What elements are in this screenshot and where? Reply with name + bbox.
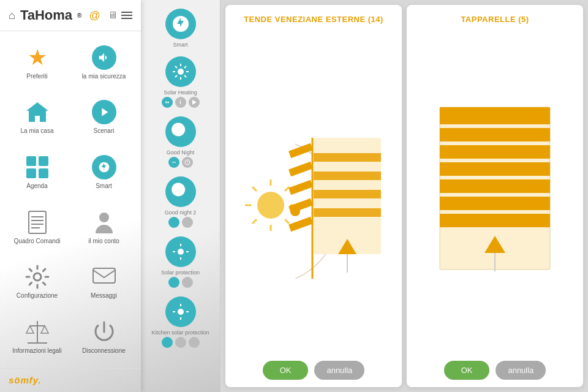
scenario-solar-heating-icon[interactable]: [165, 56, 196, 87]
sidebar-label-informazioni: Informazioni legali: [12, 347, 62, 355]
scenario-good-night-2-label: Good night 2: [165, 209, 197, 216]
svg-line-21: [175, 66, 177, 68]
sidebar-item-casa[interactable]: La mia casa: [5, 91, 69, 144]
card-tende-veneziane: TENDE VENEZIANE ESTERNE (14): [225, 5, 402, 387]
sidebar-item-quadro[interactable]: Quadro Comandi: [5, 201, 69, 254]
svg-rect-47: [288, 143, 313, 158]
scenario-smart-label: Smart: [173, 42, 187, 48]
svg-marker-0: [26, 102, 48, 122]
screen-icon: 🖥: [108, 10, 118, 21]
sidebar-item-informazioni[interactable]: Informazioni legali: [5, 311, 69, 363]
svg-line-42: [285, 219, 289, 224]
ctrl-arrows5[interactable]: [168, 277, 179, 288]
ctrl-info2[interactable]: [182, 277, 193, 288]
svg-rect-8: [31, 224, 43, 225]
svg-rect-5: [29, 211, 46, 233]
ctrl-info[interactable]: i: [175, 97, 186, 108]
svg-rect-54: [314, 172, 381, 180]
at-icon: @: [89, 9, 100, 22]
scenario-solar-protection-controls: [168, 277, 193, 288]
sidebar-label-messaggi: Messaggi: [91, 292, 117, 300]
sidebar-item-scenari[interactable]: Scenari: [72, 91, 136, 144]
sidebar: ⌂ TaHoma® @ 🖥 ★ Preferiti la mia sicurez…: [0, 0, 141, 392]
sidebar-header: ⌂ TaHoma® @ 🖥: [0, 0, 141, 31]
card-tapparelle-cancel-button[interactable]: annulla: [496, 361, 546, 380]
sidebar-label-smart: Smart: [96, 183, 112, 190]
svg-rect-6: [31, 216, 43, 217]
sidebar-label-conto: il mio conto: [88, 238, 119, 245]
svg-point-36: [257, 192, 284, 219]
sidebar-label-casa: La mia casa: [21, 127, 54, 135]
ctrl-arrows4[interactable]: [182, 217, 193, 228]
sidebar-item-preferiti[interactable]: ★ Preferiti: [5, 36, 69, 89]
scenario-smart-icon[interactable]: [165, 9, 196, 39]
svg-rect-55: [314, 190, 381, 198]
scenario-good-night: Good Night: [141, 114, 220, 170]
sidebar-item-smart[interactable]: Smart: [72, 146, 136, 198]
scenario-good-night-label: Good Night: [167, 149, 195, 156]
sidebar-label-preferiti: Preferiti: [26, 73, 47, 80]
svg-rect-61: [440, 128, 550, 141]
ctrl-arrows3[interactable]: [168, 217, 179, 228]
svg-line-24: [175, 75, 177, 77]
scenario-kitchen-solar: Kitchen solar protection: [141, 294, 220, 350]
sidebar-item-disconnessione[interactable]: Disconnessione: [72, 311, 136, 363]
svg-rect-1: [26, 156, 36, 166]
ctrl-arrows2[interactable]: [168, 157, 179, 168]
scenario-panel: Smart Solar Heating i Good Night Good ni…: [141, 0, 221, 392]
sidebar-footer: sömfy.: [0, 368, 141, 392]
svg-rect-60: [440, 107, 550, 124]
somfy-logo: sömfy.: [9, 375, 42, 385]
scenario-solar-heating-label: Solar Heating: [164, 89, 197, 96]
card-tende-title: TENDE VENEZIANE ESTERNE (14): [244, 15, 383, 24]
sidebar-label-agenda: Agenda: [26, 183, 47, 190]
speaker-icon: [91, 45, 117, 70]
card-tende-ok-button[interactable]: OK: [263, 361, 309, 380]
scenario-solar-protection-icon[interactable]: [165, 236, 196, 267]
scenario-kitchen-solar-controls: [162, 337, 200, 348]
card-tende-visual: [233, 31, 394, 355]
svg-line-41: [252, 187, 257, 191]
svg-rect-48: [288, 162, 313, 176]
svg-line-44: [252, 219, 257, 224]
svg-rect-53: [314, 153, 381, 162]
sidebar-item-messaggi[interactable]: Messaggi: [72, 256, 136, 309]
scale-icon: [24, 319, 50, 345]
svg-point-16: [178, 69, 184, 75]
sidebar-item-agenda[interactable]: Agenda: [5, 146, 69, 198]
doc-icon: [24, 209, 50, 235]
sidebar-label-disconnessione: Disconnessione: [82, 347, 126, 355]
sidebar-item-sicurezza[interactable]: la mia sicurezza: [72, 36, 136, 89]
scenario-good-night-2: Good night 2: [141, 174, 220, 230]
sidebar-item-conto[interactable]: il mio conto: [72, 201, 136, 254]
svg-rect-2: [39, 156, 48, 166]
ctrl-clock[interactable]: [182, 157, 193, 168]
scenario-solar-protection-label: Solar protection: [161, 270, 200, 276]
sidebar-nav: ★ Preferiti la mia sicurezza La mia casa: [0, 31, 141, 368]
scenario-kitchen-solar-label: Kitchen solar protection: [151, 330, 209, 336]
svg-line-43: [285, 187, 289, 191]
scenario-kitchen-solar-icon[interactable]: [165, 296, 196, 327]
menu-button[interactable]: [121, 12, 132, 19]
ctrl-arrows6[interactable]: [162, 337, 173, 348]
ctrl-play2[interactable]: [189, 337, 200, 348]
scenario-good-night-icon[interactable]: [165, 116, 196, 147]
scenario-solar-heating: Solar Heating i: [141, 54, 220, 110]
card-tende-cancel-button[interactable]: annulla: [314, 361, 364, 380]
svg-rect-56: [314, 208, 381, 217]
ctrl-arrows[interactable]: [162, 97, 173, 108]
ctrl-clock2[interactable]: [175, 337, 186, 348]
card-tapparelle: TAPPARELLE (5) OK annull: [407, 5, 583, 387]
svg-rect-7: [31, 220, 43, 221]
svg-rect-9: [31, 227, 40, 228]
sidebar-item-configurazione[interactable]: Configurazione: [5, 256, 69, 309]
svg-rect-66: [440, 214, 550, 227]
scenario-good-night-2-icon[interactable]: [165, 176, 196, 207]
card-tapparelle-ok-button[interactable]: OK: [444, 361, 490, 380]
svg-rect-51: [288, 217, 313, 232]
ctrl-play[interactable]: [189, 97, 200, 108]
gear-icon: [24, 264, 50, 290]
sidebar-label-quadro: Quadro Comandi: [13, 238, 60, 245]
app-title-sup: ®: [77, 12, 81, 19]
card-tende-buttons: OK annulla: [263, 361, 365, 380]
